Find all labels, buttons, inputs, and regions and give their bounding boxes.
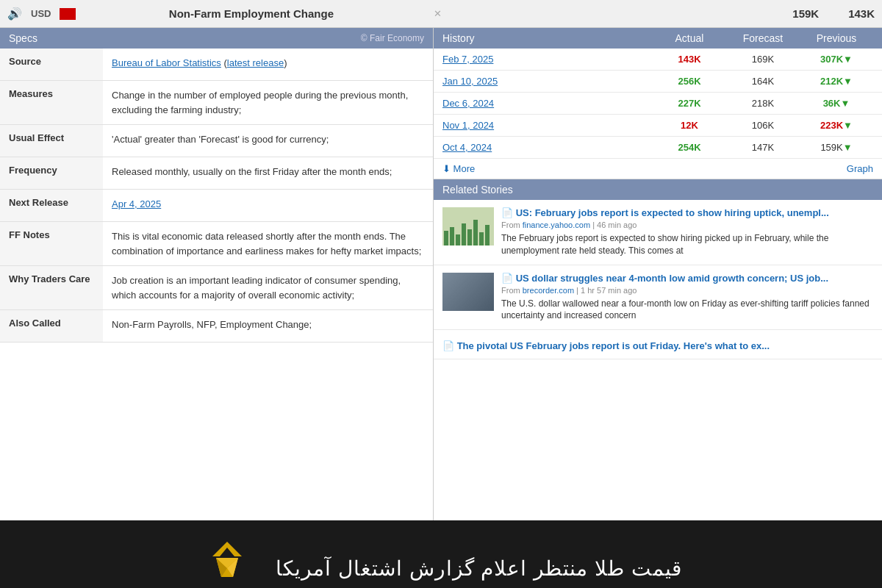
forecast-value: 164K <box>726 76 800 87</box>
story-content: 📄 The pivotal US February jobs report is… <box>442 337 873 351</box>
specs-title: Specs <box>9 32 37 44</box>
spec-row-also-called: Also Called Non-Farm Payrolls, NFP, Empl… <box>0 310 433 343</box>
spec-row-frequency: Frequency Released monthly, usually on t… <box>0 157 433 190</box>
history-date-link[interactable]: Nov 1, 2024 <box>442 120 653 131</box>
next-release-value: Apr 4, 2025 <box>103 190 170 221</box>
bottom-banner: ZARMINEX قیمت طلا منتظر اعلام گزارش اشتغ… <box>0 520 882 588</box>
previous-col-header: Previous <box>800 32 873 44</box>
arrow-icon: ▼ <box>840 98 850 109</box>
source-value: Bureau of Labor Statistics (latest relea… <box>103 49 295 80</box>
more-link[interactable]: ⬇ More <box>442 163 475 174</box>
story-description: The U.S. dollar wallowed near a four-mon… <box>501 298 873 323</box>
bls-link[interactable]: Bureau of Labor Statistics <box>112 57 221 68</box>
story-thumbnail <box>442 207 494 245</box>
story-title[interactable]: 📄 US: February jobs report is expected t… <box>501 207 873 218</box>
measures-value: Change in the number of employed people … <box>103 81 433 124</box>
actual-col-header: Actual <box>653 32 726 44</box>
actual-value: 256K <box>653 76 726 87</box>
spec-row-why-traders: Why Traders Care Job creation is an impo… <box>0 266 433 310</box>
latest-release-link[interactable]: latest release <box>227 57 284 68</box>
previous-value: 36K▼ <box>800 98 873 109</box>
arrow-icon: ▼ <box>843 142 853 153</box>
spec-row-measures: Measures Change in the number of employe… <box>0 81 433 125</box>
arrow-icon: ▼ <box>843 54 853 65</box>
spec-row-source: Source Bureau of Labor Statistics (lates… <box>0 49 433 81</box>
table-row: Feb 7, 2025 143K 169K 307K▼ <box>434 49 882 71</box>
svg-rect-0 <box>444 231 448 245</box>
document-icon: 📄 <box>442 340 457 351</box>
spec-row-usual-effect: Usual Effect 'Actual' greater than 'Fore… <box>0 125 433 157</box>
previous-value: 212K▼ <box>800 76 873 87</box>
history-date-link[interactable]: Dec 6, 2024 <box>442 98 653 109</box>
banner-persian-text: قیمت طلا منتظر اعلام گزارش اشتغال آمریکا <box>276 556 682 581</box>
fair-economy-link[interactable]: © Fair Economy <box>361 33 424 43</box>
forecast-col-header: Forecast <box>726 32 800 44</box>
arrow-icon: ▼ <box>843 120 853 131</box>
top-bar: 🔊 USD Non-Farm Employment Change ✕ 159K … <box>0 0 882 28</box>
story-content: 📄 US dollar struggles near 4-month low a… <box>501 273 873 323</box>
list-item: 📄 The pivotal US February jobs report is… <box>434 330 882 359</box>
close-icon[interactable]: ✕ <box>434 8 442 19</box>
frequency-value: Released monthly, usually on the first F… <box>103 157 401 189</box>
ff-notes-label: FF Notes <box>0 222 103 265</box>
story-meta: From finance.yahoo.com | 46 min ago <box>501 220 873 229</box>
previous-value: 307K▼ <box>800 54 873 65</box>
document-icon: 📄 <box>501 273 516 284</box>
forecast-value: 147K <box>726 142 800 153</box>
usual-effect-value: 'Actual' greater than 'Forecast' is good… <box>103 125 337 157</box>
related-stories-title: Related Stories <box>442 184 513 196</box>
source-label: Source <box>0 49 103 80</box>
measures-label: Measures <box>0 81 103 124</box>
svg-rect-7 <box>485 225 490 245</box>
spec-row-ff-notes: FF Notes This is vital economic data rel… <box>0 222 433 266</box>
history-rows: Feb 7, 2025 143K 169K 307K▼ Jan 10, 2025… <box>434 49 882 159</box>
also-called-value: Non-Farm Payrolls, NFP, Employment Chang… <box>103 310 320 342</box>
svg-rect-1 <box>450 227 454 245</box>
forecast-value: 169K <box>726 54 800 65</box>
currency-label: USD <box>31 8 51 19</box>
history-header: History Actual Forecast Previous <box>434 28 882 49</box>
story-title[interactable]: 📄 US dollar struggles near 4-month low a… <box>501 273 873 284</box>
logo-diamond-icon <box>205 540 249 584</box>
value1: 159K <box>792 7 819 20</box>
document-icon: 📄 <box>501 207 516 218</box>
left-panel: Specs © Fair Economy Source Bureau of La… <box>0 28 434 520</box>
history-title: History <box>442 32 653 44</box>
forecast-value: 218K <box>726 98 800 109</box>
previous-value: 159K▼ <box>800 142 873 153</box>
list-item: 📄 US: February jobs report is expected t… <box>434 200 882 265</box>
also-called-label: Also Called <box>0 310 103 342</box>
specs-header: Specs © Fair Economy <box>0 28 433 49</box>
story-source: brecorder.com <box>523 286 574 295</box>
svg-rect-3 <box>462 223 466 245</box>
svg-rect-4 <box>467 229 472 245</box>
arrow-icon: ▼ <box>843 76 853 87</box>
why-traders-value: Job creation is an important leading ind… <box>103 266 433 309</box>
table-row: Oct 4, 2024 254K 147K 159K▼ <box>434 137 882 159</box>
logo: ZARMINEX <box>200 540 254 588</box>
svg-marker-8 <box>212 542 242 556</box>
table-row: Nov 1, 2024 12K 106K 223K▼ <box>434 115 882 137</box>
story-description: The February jobs report is expected to … <box>501 232 873 257</box>
story-thumbnail <box>442 273 494 311</box>
history-date-link[interactable]: Feb 7, 2025 <box>442 54 653 65</box>
svg-rect-6 <box>479 232 484 245</box>
actual-value: 143K <box>653 54 726 65</box>
actual-value: 12K <box>653 120 726 131</box>
table-row: Dec 6, 2024 227K 218K 36K▼ <box>434 93 882 115</box>
top-bar-values: 159K 143K <box>792 7 875 20</box>
right-panel: History Actual Forecast Previous Feb 7, … <box>434 28 882 520</box>
history-date-link[interactable]: Jan 10, 2025 <box>442 76 653 87</box>
stories-container: 📄 US: February jobs report is expected t… <box>434 200 882 359</box>
indicator-title: Non-Farm Employment Change <box>85 7 417 20</box>
spec-row-next-release: Next Release Apr 4, 2025 <box>0 190 433 222</box>
history-date-link[interactable]: Oct 4, 2024 <box>442 142 653 153</box>
svg-rect-5 <box>473 220 478 245</box>
story-source: finance.yahoo.com <box>523 220 590 229</box>
list-item: 📄 US dollar struggles near 4-month low a… <box>434 265 882 331</box>
next-release-link[interactable]: Apr 4, 2025 <box>112 198 161 209</box>
graph-link[interactable]: Graph <box>847 163 873 174</box>
usual-effect-label: Usual Effect <box>0 125 103 157</box>
story-title[interactable]: 📄 The pivotal US February jobs report is… <box>442 340 873 351</box>
actual-value: 227K <box>653 98 726 109</box>
